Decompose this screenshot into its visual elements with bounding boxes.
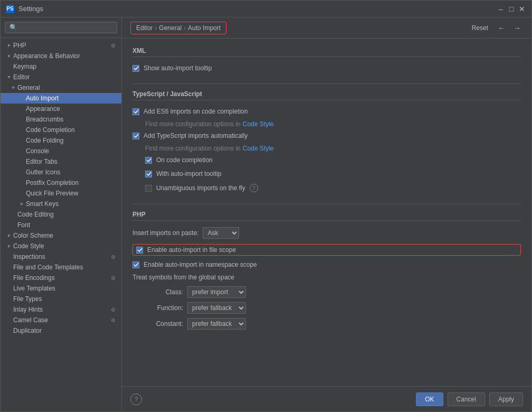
sidebar-item-breadcrumbs[interactable]: Breadcrumbs (1, 114, 121, 125)
sidebar-item-editor[interactable]: Editor (1, 72, 121, 82)
sidebar-item-inspections[interactable]: Inspections ⚙ (1, 251, 121, 262)
enable-auto-import-file-checkbox[interactable] (136, 247, 143, 254)
console-arrow (17, 147, 26, 155)
unambiguous-imports-row: Unambiguous imports on the fly ? (145, 183, 521, 193)
sidebar-item-font[interactable]: Font (1, 220, 121, 230)
class-treat-dropdown[interactable]: prefer import prefer fallback always fal… (187, 286, 246, 298)
breadcrumb-general: General (159, 24, 182, 32)
sidebar-label-file-encodings: File Encodings (13, 274, 109, 282)
xml-divider (132, 83, 521, 84)
apply-button[interactable]: Apply (489, 392, 523, 406)
constant-treat-row: Constant: prefer import prefer fallback … (141, 318, 521, 330)
maximize-button[interactable]: □ (507, 5, 516, 13)
add-typescript-imports-checkbox[interactable] (132, 133, 139, 139)
add-es6-imports-checkbox[interactable] (132, 108, 139, 115)
font-arrow (9, 221, 17, 229)
sidebar-label-code-folding: Code Folding (26, 137, 117, 144)
ts-code-style-link[interactable]: Code Style (243, 145, 274, 152)
sidebar-item-appearance[interactable]: Appearance (1, 104, 121, 114)
main-content-area: PHP ⚙ Appearance & Behavior Keymap (1, 17, 531, 411)
sidebar-label-editor-tabs: Editor Tabs (26, 158, 117, 165)
class-treat-label: Class: (141, 288, 183, 296)
forward-button[interactable]: → (511, 23, 523, 33)
unambiguous-imports-checkbox[interactable] (145, 185, 152, 192)
ok-button[interactable]: OK (416, 392, 443, 406)
enable-auto-import-file-row: Enable auto-import in file scope (132, 244, 521, 256)
file-types-arrow (5, 295, 13, 303)
color-scheme-arrow (5, 231, 13, 240)
sidebar-item-gutter-icons[interactable]: Gutter Icons (1, 167, 121, 177)
reset-button[interactable]: Reset (469, 23, 491, 33)
function-treat-dropdown[interactable]: prefer import prefer fallback always fal… (187, 302, 246, 314)
sidebar-item-postfix-completion[interactable]: Postfix Completion (1, 177, 121, 188)
code-editing-arrow (9, 210, 17, 219)
sidebar-item-file-encodings[interactable]: File Encodings ⚙ (1, 273, 121, 283)
sidebar-item-general[interactable]: General (1, 82, 121, 93)
svg-marker-4 (21, 202, 23, 205)
sidebar-item-duplicator[interactable]: Duplicator (1, 325, 121, 336)
sidebar-item-code-completion[interactable]: Code Completion (1, 125, 121, 135)
constant-treat-dropdown[interactable]: prefer import prefer fallback always fal… (187, 318, 246, 330)
live-templates-arrow (5, 284, 13, 293)
sidebar-item-auto-import[interactable]: Auto Import (1, 93, 121, 104)
show-auto-import-tooltip-checkbox[interactable] (132, 65, 139, 72)
sidebar-label-gutter-icons: Gutter Icons (26, 168, 117, 176)
code-completion-arrow (17, 126, 26, 134)
sidebar-item-php[interactable]: PHP ⚙ (1, 40, 121, 51)
back-button[interactable]: ← (496, 23, 507, 33)
sidebar-item-smart-keys[interactable]: Smart Keys (1, 199, 121, 209)
sidebar-label-appearance: Appearance (26, 105, 117, 113)
sidebar-item-file-code-templates[interactable]: File and Code Templates (1, 262, 121, 273)
sidebar-label-general: General (17, 84, 117, 91)
close-button[interactable]: ✕ (518, 5, 526, 13)
typescript-section: TypeScript / JavaScript Add ES6 imports … (132, 90, 521, 193)
show-auto-import-tooltip-row: Show auto-import tooltip (132, 63, 521, 73)
with-auto-import-tooltip-checkbox[interactable] (145, 171, 152, 177)
sidebar-item-console[interactable]: Console (1, 146, 121, 156)
minimize-button[interactable]: – (497, 5, 505, 13)
smart-keys-arrow (17, 200, 26, 208)
cancel-button[interactable]: Cancel (448, 392, 485, 406)
sidebar-item-quick-file-preview[interactable]: Quick File Preview (1, 188, 121, 199)
settings-content: XML Show auto-import tooltip TypeScript … (122, 39, 531, 386)
keymap-arrow (5, 62, 13, 71)
sidebar-item-color-scheme[interactable]: Color Scheme (1, 230, 121, 241)
sidebar-label-file-code-templates: File and Code Templates (13, 264, 117, 271)
sidebar-label-postfix-completion: Postfix Completion (26, 179, 117, 186)
auto-import-arrow (17, 94, 26, 102)
sidebar-item-code-editing[interactable]: Code Editing (1, 209, 121, 220)
sidebar-item-live-templates[interactable]: Live Templates (1, 283, 121, 294)
editor-tabs-arrow (17, 157, 26, 166)
enable-auto-import-namespace-label: Enable auto-import in namespace scope (144, 261, 257, 268)
function-treat-row: Function: prefer import prefer fallback … (141, 302, 521, 314)
search-input[interactable] (5, 22, 117, 33)
enable-auto-import-file-label: Enable auto-import in file scope (147, 246, 236, 254)
sidebar-item-camel-case[interactable]: Camel Case ⚙ (1, 315, 121, 325)
inspections-settings-icon: ⚙ (109, 253, 117, 260)
sidebar-label-font: Font (17, 221, 117, 229)
duplicator-arrow (5, 326, 13, 335)
insert-imports-dropdown[interactable]: Ask Always Never (203, 227, 239, 239)
sidebar-label-quick-file-preview: Quick File Preview (26, 190, 117, 197)
unambiguous-help-icon[interactable]: ? (250, 184, 258, 192)
with-auto-import-tooltip-label: With auto-import tooltip (156, 170, 221, 177)
fct-arrow (5, 263, 13, 271)
insert-imports-row: Insert imports on paste: Ask Always Neve… (132, 227, 521, 239)
on-code-completion-checkbox[interactable] (145, 157, 152, 164)
on-code-completion-row: On code completion (145, 155, 521, 165)
sidebar-item-inlay-hints[interactable]: Inlay Hints ⚙ (1, 304, 121, 315)
sidebar-item-file-types[interactable]: File Types (1, 294, 121, 304)
help-button[interactable]: ? (130, 394, 142, 405)
sidebar-item-keymap[interactable]: Keymap (1, 61, 121, 72)
postfix-completion-arrow (17, 179, 26, 187)
sidebar-item-code-style[interactable]: Code Style (1, 241, 121, 251)
es6-code-style-link[interactable]: Code Style (243, 120, 274, 128)
sidebar-item-appearance-behavior[interactable]: Appearance & Behavior (1, 51, 121, 61)
sidebar-item-code-folding[interactable]: Code Folding (1, 135, 121, 146)
sidebar-label-editor: Editor (13, 73, 117, 81)
enable-auto-import-namespace-checkbox[interactable] (132, 261, 139, 268)
svg-marker-6 (8, 245, 11, 248)
settings-window: PS Settings – □ ✕ PHP ⚙ (0, 0, 532, 412)
file-encodings-settings-icon: ⚙ (109, 274, 117, 282)
sidebar-item-editor-tabs[interactable]: Editor Tabs (1, 156, 121, 167)
